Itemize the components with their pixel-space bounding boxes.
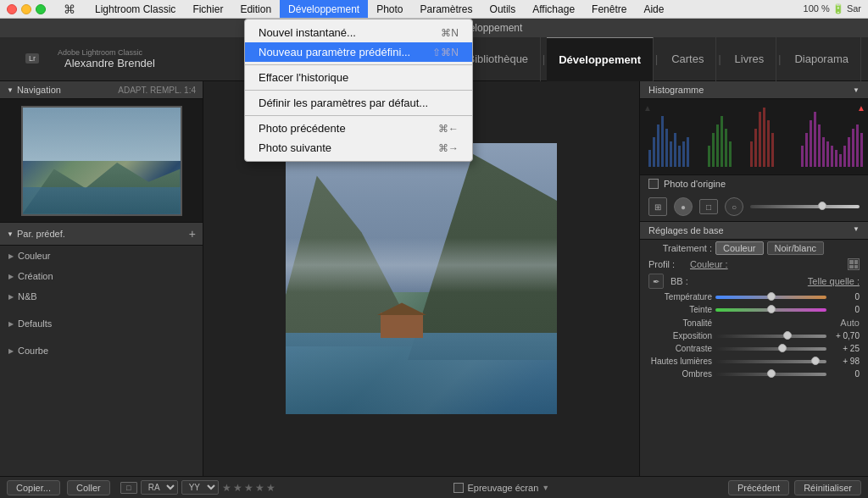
dropdown-item-photo-suivante[interactable]: Photo suivante ⌘→	[245, 138, 472, 158]
teinte-slider[interactable]	[715, 308, 826, 312]
epreuve-label: Epreuvage écran	[467, 483, 538, 493]
flag-select[interactable]: YY	[181, 480, 219, 495]
star-1[interactable]: ★	[222, 482, 231, 494]
epreuve-dropdown-icon[interactable]: ▼	[542, 484, 549, 492]
contraste-slider[interactable]	[715, 347, 826, 351]
photo-origin-label: Photo d'origine	[664, 179, 726, 189]
star-4[interactable]: ★	[255, 482, 264, 494]
dropdown-shortcut-photo-suivante: ⌘→	[438, 142, 459, 154]
temperature-thumb	[767, 292, 776, 301]
ombres-slider[interactable]	[715, 373, 826, 376]
tab-cartes[interactable]: Cartes	[659, 37, 716, 81]
svg-rect-23	[771, 133, 774, 167]
dropdown-item-effacer-historique[interactable]: Effacer l'historique	[245, 68, 472, 87]
exposition-slider[interactable]	[715, 335, 826, 338]
nav-image-inner	[21, 106, 182, 216]
bottom-right-buttons: Précédent Réinitialiser	[728, 480, 861, 495]
star-2[interactable]: ★	[233, 482, 242, 494]
preset-group-defaults[interactable]: ▶ Defaults	[0, 313, 203, 334]
couleur-button[interactable]: Couleur	[715, 241, 764, 255]
temperature-slider[interactable]	[715, 296, 826, 299]
profil-icons	[848, 258, 860, 270]
tab-developpement[interactable]: Développement	[547, 37, 654, 81]
dropdown-item-definir-parametres[interactable]: Définir les paramètres par défaut...	[245, 93, 472, 113]
presets-add-button[interactable]: +	[189, 227, 196, 241]
precedent-button[interactable]: Précédent	[728, 480, 789, 495]
bb-value[interactable]: Telle quelle :	[808, 276, 860, 286]
rating-select[interactable]: RA	[141, 480, 178, 495]
svg-rect-18	[750, 141, 753, 167]
close-button[interactable]	[7, 4, 17, 14]
preset-group-courbe[interactable]: ▶ Courbe	[0, 340, 203, 361]
presets-panel-header[interactable]: ▼ Par. prédef. +	[0, 222, 203, 246]
eyedropper-icon[interactable]: ✒	[648, 274, 664, 289]
presets-triangle-icon: ▼	[7, 230, 14, 238]
star-5[interactable]: ★	[266, 482, 275, 494]
epreuve-checkbox[interactable]	[453, 483, 464, 493]
photo-origin-checkbox[interactable]	[648, 179, 659, 189]
svg-rect-9	[678, 146, 681, 167]
menu-edition[interactable]: Edition	[231, 0, 280, 18]
menu-fenetre[interactable]: Fenêtre	[583, 0, 635, 18]
photo-cabin	[381, 313, 423, 338]
star-rating[interactable]: ★ ★ ★ ★ ★	[222, 482, 275, 494]
tonalite-auto[interactable]: Auto	[840, 318, 860, 328]
tab-livres[interactable]: Livres	[723, 37, 777, 81]
menu-parametres[interactable]: Paramètres	[412, 0, 481, 18]
tool-oval-button[interactable]: ○	[725, 197, 743, 216]
menu-bar: ⌘ Lightroom Classic Fichier Edition Déve…	[0, 0, 868, 19]
profil-grid-icon[interactable]	[848, 258, 860, 270]
histogram-header[interactable]: Histogramme ▼	[640, 81, 868, 99]
epreuve-row: Epreuvage écran ▼	[453, 483, 549, 493]
star-3[interactable]: ★	[244, 482, 253, 494]
preset-label-nb: N&B	[18, 291, 37, 302]
paste-button[interactable]: Coller	[67, 480, 110, 495]
crop-icon[interactable]: □	[120, 482, 137, 494]
dropdown-shortcut-nouveau-parametre: ⇧⌘N	[432, 47, 459, 58]
menu-affichage[interactable]: Affichage	[524, 0, 583, 18]
dropdown-item-photo-precedente[interactable]: Photo précédente ⌘←	[245, 119, 472, 138]
teinte-value: 0	[830, 305, 860, 314]
dropdown-item-nouvel-instantane[interactable]: Nouvel instantané... ⌘N	[245, 23, 472, 42]
teinte-label: Teinte	[648, 305, 712, 314]
preset-tri-nb: ▶	[8, 293, 14, 301]
svg-rect-10	[682, 141, 685, 167]
nav-tabs: | Bibliothèque | Développement | Cartes …	[449, 37, 868, 81]
menu-fichier[interactable]: Fichier	[184, 0, 231, 18]
navigation-panel-header[interactable]: ▼ Navigation ADAPT. REMPL. 1:4	[0, 81, 203, 99]
reinitialiser-button[interactable]: Réinitialiser	[794, 480, 861, 495]
hautes-lumieres-slider[interactable]	[715, 360, 826, 363]
tonalite-row: Tonalité Auto	[640, 316, 868, 329]
apple-logo[interactable]: ⌘	[53, 3, 86, 16]
preset-label-courbe: Courbe	[18, 346, 48, 356]
tab-diaporama[interactable]: Diaporama	[782, 37, 861, 81]
dropdown-label-effacer-historique: Effacer l'historique	[259, 71, 348, 84]
dropdown-item-nouveau-parametre[interactable]: Nouveau paramètre prédéfini... ⇧⌘N	[245, 42, 472, 62]
bb-row: ✒ BB : Telle quelle :	[640, 272, 868, 290]
dropdown-label-nouveau-parametre: Nouveau paramètre prédéfini...	[259, 46, 410, 58]
menu-photo[interactable]: Photo	[368, 0, 411, 18]
user-name: Alexandre Brendel	[58, 57, 155, 69]
noirblanc-button[interactable]: Noir/blanc	[767, 241, 825, 255]
minimize-button[interactable]	[21, 4, 31, 14]
tool-rect-button[interactable]: □	[699, 199, 718, 214]
dropdown-menu[interactable]: Nouvel instantané... ⌘N Nouveau paramètr…	[244, 19, 473, 162]
preset-group-couleur[interactable]: ▶ Couleur	[0, 246, 203, 266]
preset-group-creation[interactable]: ▶ Création	[0, 266, 203, 286]
profil-value[interactable]: Couleur :	[690, 259, 728, 269]
menu-outils[interactable]: Outils	[481, 0, 525, 18]
tools-slider[interactable]	[750, 205, 860, 208]
preset-group-nb[interactable]: ▶ N&B	[0, 286, 203, 307]
tool-circle-button[interactable]: ●	[674, 197, 693, 216]
tools-row: ⊞ ● □ ○	[640, 192, 868, 222]
menu-lightroom[interactable]: Lightroom Classic	[86, 0, 184, 18]
tool-crop-button[interactable]: ⊞	[648, 197, 667, 216]
menu-aide[interactable]: Aide	[635, 0, 672, 18]
copy-button[interactable]: Copier...	[7, 480, 60, 495]
traitement-row: Traitement : Couleur Noir/blanc	[640, 240, 868, 257]
svg-rect-35	[848, 137, 850, 167]
menu-developpement[interactable]: Développement	[280, 0, 368, 18]
svg-text:▲: ▲	[643, 103, 652, 113]
maximize-button[interactable]	[36, 4, 46, 14]
reglages-header[interactable]: Réglages de base ▼	[640, 222, 868, 240]
